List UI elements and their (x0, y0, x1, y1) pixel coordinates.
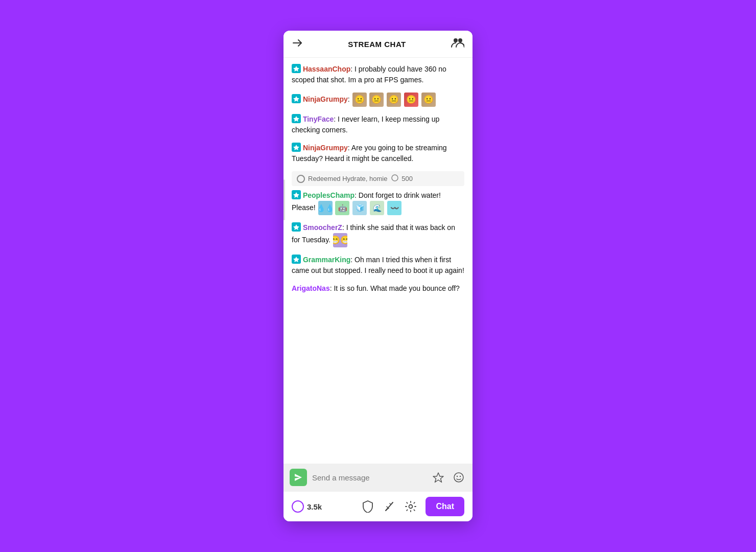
emote (369, 93, 384, 107)
redemption-notice: Redeemed Hydrate, homie 500 (292, 171, 464, 186)
svg-point-5 (454, 473, 463, 482)
username: PeoplesChamp (303, 191, 355, 199)
emote (352, 93, 367, 107)
list-item: TinyFace: I never learn, I keep messing … (292, 114, 464, 135)
subscriber-badge (292, 255, 301, 264)
message-text: : It is so fun. What made you bounce off… (330, 284, 460, 292)
emote (387, 93, 401, 107)
message-text: : (348, 95, 352, 103)
send-icon (290, 469, 307, 486)
input-actions (431, 470, 466, 485)
svg-line-9 (386, 509, 388, 510)
bottom-icons: Chat (361, 497, 464, 516)
emote (421, 93, 436, 107)
username: TinyFace (303, 115, 334, 123)
sword-icon[interactable] (383, 500, 396, 513)
message-input[interactable] (312, 473, 426, 482)
emote: 〰️ (387, 201, 401, 215)
redemption-text: Redeemed Hydrate, homie (308, 175, 387, 182)
svg-point-12 (409, 505, 413, 509)
svg-marker-4 (433, 473, 443, 482)
svg-point-2 (458, 38, 462, 42)
subscriber-badge (292, 114, 301, 123)
subscriber-badge (292, 64, 301, 73)
subscriber-badge (292, 222, 301, 232)
points-value: 500 (401, 175, 413, 182)
emote: 😁 (333, 233, 347, 247)
emote: 🌊 (370, 201, 384, 215)
subscriber-badge (292, 190, 301, 199)
svg-point-3 (392, 175, 398, 181)
svg-point-6 (457, 476, 458, 477)
subscriber-badge (292, 143, 301, 152)
collapse-icon[interactable] (292, 37, 303, 51)
username: ArigatoNas (292, 284, 330, 292)
settings-icon[interactable] (404, 500, 417, 513)
subscriber-badge (292, 94, 301, 103)
chat-header: STREAM CHAT (284, 31, 472, 58)
svg-line-11 (390, 503, 391, 504)
emote (404, 93, 418, 107)
message-input-bar (284, 464, 472, 491)
chat-button[interactable]: Chat (426, 497, 464, 516)
emote: 💧 (318, 201, 333, 215)
viewer-count-value: 3.5k (307, 502, 322, 511)
svg-point-7 (460, 476, 461, 477)
viewer-count: 3.5k (292, 500, 322, 513)
list-item: NinjaGrumpy: (292, 93, 464, 107)
emote: 🤖 (335, 201, 349, 215)
list-item: NinjaGrumpy: Are you going to be streami… (292, 143, 464, 164)
viewer-ring-icon (292, 500, 304, 513)
bits-icon[interactable] (431, 470, 446, 485)
chat-scroll-area: HassaanChop: I probably could have 360 n… (284, 58, 472, 464)
users-icon[interactable] (451, 37, 464, 51)
emote: 🧊 (352, 201, 367, 215)
username: GrammarKing (303, 256, 350, 264)
chat-panel: STREAM CHAT HassaanChop: I probably coul… (284, 31, 472, 521)
svg-point-1 (454, 38, 458, 42)
username: NinjaGrumpy (303, 144, 348, 152)
coin-icon (297, 175, 305, 183)
shield-icon[interactable] (361, 500, 374, 513)
username: NinjaGrumpy (303, 95, 348, 103)
coin-icon-2 (391, 174, 398, 183)
username: HassaanChop (303, 65, 350, 73)
chat-messages: HassaanChop: I probably could have 360 n… (284, 58, 472, 464)
list-item: SmoocherZ: I think she said that it was … (292, 222, 464, 247)
list-item: ArigatoNas: It is so fun. What made you … (292, 283, 464, 294)
username: SmoocherZ (303, 223, 342, 232)
list-item: GrammarKing: Oh man I tried this when it… (292, 255, 464, 276)
list-item: HassaanChop: I probably could have 360 n… (292, 64, 464, 85)
page-title: STREAM CHAT (348, 40, 406, 49)
scrollbar (284, 179, 285, 220)
list-item: PeoplesChamp: Dont forget to drink water… (292, 190, 464, 215)
bottom-bar: 3.5k Chat (284, 491, 472, 521)
emote-icon[interactable] (451, 470, 466, 485)
